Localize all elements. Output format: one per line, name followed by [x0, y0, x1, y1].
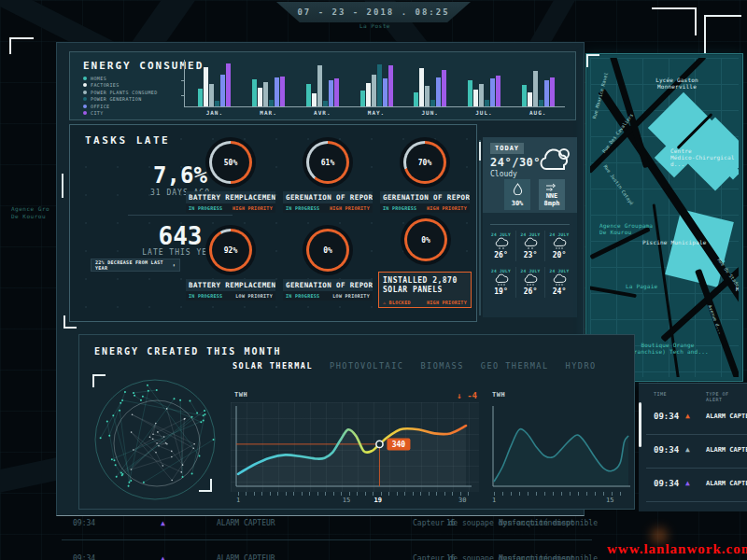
legend-item[interactable]: OFFICE [83, 103, 158, 110]
task-gauge-card: 70%GERENATION OF REPORTIN PROGRESSHIGH P… [380, 137, 470, 213]
tab-hydro[interactable]: HYDRO [566, 361, 597, 371]
humidity-box: 30% [504, 179, 530, 210]
bar [280, 77, 285, 107]
x-axis-ticks [238, 492, 470, 496]
bars [360, 60, 393, 106]
progress-ring: 70% [400, 137, 450, 188]
forecast-temp: 23° [524, 251, 537, 259]
alert-row[interactable]: 09:34▲ALARM CAPTEUR [639, 404, 747, 432]
rain-cloud-icon [552, 273, 567, 287]
alert-severity-icon: ▲ [685, 445, 690, 454]
bar-month-label: AUG. [529, 109, 546, 116]
weather-panel: TODAY 24°/30° Cloudy 30% NNE 8mph 24 JUL… [483, 137, 577, 317]
y-axis-unit: TWH [234, 391, 247, 399]
scroll-indicator[interactable] [62, 174, 63, 198]
scrollbar[interactable] [639, 402, 641, 447]
y-axis [184, 60, 185, 106]
bar [430, 100, 435, 107]
bar [419, 68, 424, 106]
forecast-temp: 20° [553, 251, 566, 259]
forecast-temp: 24° [553, 287, 566, 296]
divider [62, 539, 592, 540]
task-gauge-card: 61%GERENATION OF REPORTIN PROGRESSHIGH P… [283, 137, 373, 213]
alert-type-label: ALARM CAPTEUR [706, 413, 747, 420]
task-label: INSTALLED 2,870 [383, 276, 467, 286]
today-badge: TODAY [490, 143, 524, 154]
bar-group: MAR. [242, 60, 296, 118]
legend-item[interactable]: POWER PLANTS CONSUMED [83, 89, 158, 96]
alerts-panel: TIME TYPE OF ALERT 09:34▲ALARM CAPTEUR09… [639, 383, 747, 511]
alert-time: 09:34 [654, 445, 679, 455]
priority-label: HIGH PRIORITY [427, 300, 467, 305]
down-arrow-icon: ↓ [457, 391, 461, 400]
bar [414, 92, 418, 106]
tab-biomass[interactable]: BIOMASS [420, 361, 463, 371]
forecast-temp: 19° [494, 287, 507, 296]
rain-cloud-icon [494, 273, 509, 287]
alert-row[interactable]: 09:34▲ALARM CAPTEUR [639, 505, 747, 511]
solar-thermal-chart: TWH ↓ -4 340 1151930 [231, 391, 479, 505]
divider [646, 434, 747, 435]
decrease-from-last-year-button[interactable]: 22% DECREASE FROM LAST YEAR ⬇ [91, 259, 180, 272]
bar [544, 80, 549, 106]
tab-solar-thermal[interactable]: SOLAR THERMAL [233, 361, 313, 371]
map-place-label: Boutique Orange (Franchise) Tech and... [624, 342, 712, 355]
corner-bracket-top-right [652, 7, 697, 35]
tab-photovoltaic[interactable]: PHOTOVOLTAIC [330, 361, 403, 371]
bar [473, 90, 478, 106]
line-chart-svg [488, 402, 634, 492]
bar-group: JUL. [458, 60, 512, 118]
forecast-cell: 24 JULY26° [515, 267, 544, 298]
priority-label: HIGH PRIORITY [233, 205, 273, 211]
bars [306, 60, 339, 106]
legend-dot [83, 105, 87, 108]
vertical-rail [479, 140, 481, 315]
alert-row[interactable]: 09:34▲ALARM CAPTEUR [639, 471, 747, 499]
legend-item[interactable]: POWER GENERATION [83, 96, 158, 104]
corner-bracket [92, 374, 106, 387]
map-street-label: Rue Justin Catayé [603, 163, 635, 205]
legend-item[interactable]: CITY [83, 110, 158, 118]
task-gauge-card: 50%BATTERY REMPLACEMENTIN PROGRESSHIGH P… [186, 137, 275, 213]
alert-row[interactable]: 09:34▲ALARM CAPTEUR [639, 438, 747, 466]
legend-label: OFFICE [91, 104, 109, 109]
legend-label: CITY [91, 110, 104, 116]
alert-severity-icon: ▲ [685, 479, 690, 487]
bars [198, 60, 231, 106]
in-progress-status: IN PROGRESS [286, 293, 319, 299]
bar [490, 78, 495, 106]
legend-label: POWER GENERATION [91, 96, 142, 102]
line-chart-svg: 340 [231, 402, 479, 492]
humidity-value: 30% [512, 200, 524, 207]
in-progress-status: IN PROGRESS [189, 205, 222, 211]
bar [220, 75, 225, 106]
x-tick-label: 15 [606, 497, 613, 504]
task-gauge-card: 92%BATTERY REMPLACEMENTIN PROGRESSLOW PR… [186, 225, 275, 301]
progress-value: 92% [212, 231, 249, 269]
legend-item[interactable]: FACTORIES [83, 82, 158, 90]
bar-month-label: AVR. [314, 109, 331, 116]
bar-month-label: MAR. [260, 109, 276, 116]
bar-month-label: JAN. [206, 109, 223, 116]
bar-month-label: JUN. [422, 109, 439, 116]
corner-bracket-top-right-2 [704, 15, 741, 56]
bar [496, 76, 500, 106]
forecast-cell: 24 JULY19° [486, 267, 515, 298]
task-status-row: IN PROGRESSHIGH PRIORITY [186, 203, 275, 213]
task-status-row: IN PROGRESSHIGH PRIORITY [283, 203, 373, 213]
progress-ring: 0% [401, 215, 451, 265]
in-progress-status: IN PROGRESS [286, 205, 319, 211]
energy-consumed-panel: ENERGY CONSUMED HOMESFACTORIESPOWER PLAN… [69, 51, 576, 120]
tab-geo-thermal[interactable]: GEO THERMAL [481, 361, 549, 371]
cloud-icon [494, 237, 509, 250]
warning-icon: ⚠ [383, 300, 386, 305]
droplet-icon [513, 183, 523, 195]
map-canvas[interactable]: Lycée Gaston MonnervilleCentre Médico-Ch… [590, 58, 739, 377]
blocked-task-card[interactable]: 0%INSTALLED 2,870SOLAR PANELS⚠ BLOCKEDHI… [378, 272, 472, 308]
rain-cloud-icon [523, 273, 538, 287]
task-status-row: IN PROGRESSHIGH PRIORITY [380, 203, 470, 213]
forecast-cell: 24 JULY23° [515, 231, 544, 261]
bar-group: AVR. [295, 60, 349, 118]
legend-item[interactable]: HOMES [83, 75, 158, 82]
scroll-indicator[interactable] [479, 142, 481, 161]
